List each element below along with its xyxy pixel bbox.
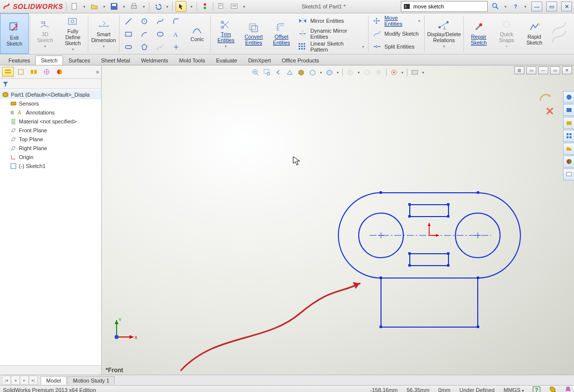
tree-item-sensors[interactable]: Sensors <box>0 99 101 108</box>
exit-sketch-button[interactable]: Exit Sketch <box>0 13 29 54</box>
ellipse-tool[interactable] <box>153 28 168 40</box>
nav-last-icon[interactable]: ▸| <box>29 376 38 385</box>
tree-item-material[interactable]: Material <not specified> <box>0 117 101 126</box>
ribbon: Exit Sketch 3D 3D Sketch ▾ Fully Define … <box>0 13 574 55</box>
tree-item-annotations[interactable]: ⊞AAnnotations <box>0 108 101 117</box>
tab-features[interactable]: Features <box>3 56 35 65</box>
options-button[interactable] <box>216 1 226 11</box>
dropdown-icon[interactable]: ▾ <box>122 1 126 11</box>
conic-tool[interactable]: Conic <box>185 13 209 54</box>
split-entities-button[interactable]: Split Entities <box>373 41 420 52</box>
display-delete-relations-button[interactable]: ⊥ Display/Delete Relations ▾ <box>426 13 462 54</box>
convert-entities-button[interactable]: Convert Entities <box>240 13 267 54</box>
3d-sketch-button[interactable]: 3D 3D Sketch ▾ <box>31 13 59 54</box>
tab-mold-tools[interactable]: Mold Tools <box>174 56 210 65</box>
svg-rect-107 <box>477 277 479 279</box>
smart-dimension-button[interactable]: Smart Dimension ▾ <box>89 13 118 54</box>
tab-office-products[interactable]: Office Products <box>276 56 324 65</box>
polygon-tool[interactable] <box>137 41 152 53</box>
svg-rect-95 <box>477 191 479 194</box>
offset-entities-button[interactable]: Offset Entities <box>267 13 295 54</box>
sidebar-tab-display[interactable] <box>54 67 65 77</box>
tree-item-right-plane[interactable]: Right Plane <box>0 144 101 153</box>
centerline-tool[interactable] <box>153 41 168 53</box>
tab-sketch[interactable]: Sketch <box>35 56 63 65</box>
linear-pattern-button[interactable]: Linear Sketch Pattern▾ <box>298 41 364 52</box>
open-button[interactable] <box>89 1 99 11</box>
slot-tool[interactable] <box>121 41 136 53</box>
line-tool[interactable] <box>121 15 136 27</box>
repair-sketch-button[interactable]: Repair Sketch <box>465 13 493 54</box>
orientation-triad[interactable]: Y X <box>110 314 139 344</box>
status-tag-icon[interactable] <box>549 386 556 392</box>
sidebar-hscroll[interactable] <box>0 365 101 375</box>
minimize-button[interactable]: — <box>531 1 542 11</box>
print-button[interactable] <box>129 1 139 11</box>
tree-item-origin[interactable]: Origin <box>0 153 101 162</box>
spline-tool[interactable] <box>153 15 168 27</box>
sidebar-expand-icon[interactable]: » <box>96 68 99 75</box>
move-entities-button[interactable]: Move Entities▾ <box>373 15 420 26</box>
bottom-tab-motion-study[interactable]: Motion Study 1 <box>67 376 115 385</box>
nav-first-icon[interactable]: |◂ <box>2 376 11 385</box>
traffic-light-icon[interactable] <box>200 1 210 11</box>
dropdown-icon[interactable]: ▾ <box>523 1 527 11</box>
sidebar-tab-config[interactable] <box>28 67 40 77</box>
fully-define-sketch-button[interactable]: Fully Define Sketch ▾ <box>59 13 87 54</box>
dropdown-icon[interactable]: ▾ <box>102 1 106 11</box>
search-input[interactable] <box>412 3 485 10</box>
circle-tool[interactable] <box>137 15 152 27</box>
dynamic-mirror-button[interactable]: Dynamic Mirror Entities <box>298 28 364 39</box>
tab-sheet-metal[interactable]: Sheet Metal <box>95 56 135 65</box>
tree-item-sketch1[interactable]: (-) Sketch1 <box>0 162 101 170</box>
dropdown-icon[interactable]: ▾ <box>82 1 86 11</box>
quick-snaps-button[interactable]: Quick Snaps ▾ <box>493 13 520 54</box>
sidebar-tab-property[interactable] <box>15 67 27 77</box>
rapid-sketch-button[interactable]: Rapid Sketch <box>520 13 548 54</box>
dropdown-icon[interactable]: ▾ <box>142 1 146 11</box>
sidebar-filter[interactable] <box>0 79 101 89</box>
sidebar-tab-featuremanager[interactable] <box>2 67 14 77</box>
dropdown-icon[interactable]: ▾ <box>190 1 193 11</box>
settings-button[interactable] <box>229 1 239 11</box>
search-go-button[interactable] <box>491 1 501 11</box>
svg-point-16 <box>71 20 74 23</box>
select-button[interactable] <box>176 1 187 12</box>
status-bell-icon[interactable] <box>565 386 571 392</box>
save-button[interactable] <box>109 1 119 11</box>
close-button[interactable]: ✕ <box>561 1 572 11</box>
dropdown-icon[interactable]: ▾ <box>242 1 246 11</box>
point-tool[interactable] <box>169 41 184 53</box>
nav-next-icon[interactable]: ▸ <box>20 376 29 385</box>
dropdown-icon[interactable]: ▾ <box>504 1 508 11</box>
status-product: SolidWorks Premium 2013 x64 Edition <box>3 387 96 392</box>
tree-item-top-plane[interactable]: Top Plane <box>0 135 101 144</box>
fillet-tool[interactable] <box>169 15 184 27</box>
rectangle-tool[interactable] <box>121 28 136 40</box>
sidebar-tab-dimxpert[interactable] <box>41 67 53 77</box>
dropdown-icon[interactable]: ▾ <box>165 1 169 11</box>
arc-tool[interactable] <box>137 28 152 40</box>
bottom-tab-model[interactable]: Model <box>41 376 66 385</box>
tab-surfaces[interactable]: Surfaces <box>63 56 95 65</box>
tab-weldments[interactable]: Weldments <box>135 56 174 65</box>
graphics-viewport[interactable]: ⊞ ▭ — ▭ ✕ ▾ ▾ ▾ ▾ ▾ <box>102 65 574 375</box>
mirror-entities-button[interactable]: Mirror Entities <box>298 15 364 26</box>
new-button[interactable] <box>69 1 79 11</box>
undo-button[interactable] <box>152 1 162 11</box>
modify-sketch-button[interactable]: Modify Sketch <box>373 28 420 39</box>
tab-evaluate[interactable]: Evaluate <box>210 56 243 65</box>
feature-tree[interactable]: Part1 (Default<<Default>_Displa Sensors … <box>0 89 101 365</box>
status-units[interactable]: MMGS ▾ <box>504 387 524 392</box>
trim-entities-button[interactable]: Trim Entities ▾ <box>212 13 240 54</box>
tree-root[interactable]: Part1 (Default<<Default>_Displa <box>0 90 101 99</box>
status-help-icon[interactable]: ? <box>533 387 540 392</box>
maximize-button[interactable]: ▭ <box>546 1 557 11</box>
tree-item-front-plane[interactable]: Front Plane <box>0 126 101 135</box>
expand-plus-icon[interactable]: ⊞ <box>10 110 15 115</box>
nav-prev-icon[interactable]: ◂ <box>11 376 20 385</box>
text-tool[interactable]: A <box>169 28 184 40</box>
tab-dimxpert[interactable]: DimXpert <box>243 56 276 65</box>
help-button[interactable]: ? <box>510 1 520 11</box>
svg-rect-105 <box>381 278 478 327</box>
